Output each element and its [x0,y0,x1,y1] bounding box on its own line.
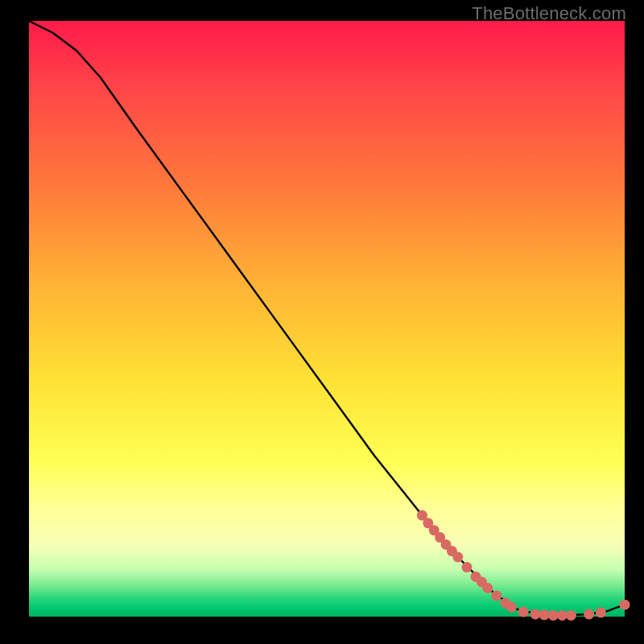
highlight-point [557,610,568,621]
chart-container: TheBottleneck.com [0,0,644,644]
highlight-point [461,562,472,572]
highlight-point [596,607,606,617]
highlight-point [566,610,576,621]
highlight-point [452,552,463,563]
highlight-points-group [417,510,630,621]
curve-line [29,21,625,616]
highlight-point [620,600,630,610]
highlight-point [518,607,529,617]
highlight-point [584,609,594,620]
highlight-point [530,609,541,620]
highlight-point [491,591,502,601]
chart-svg [29,21,625,617]
highlight-point [506,602,517,613]
highlight-point [482,583,493,593]
highlight-point [539,609,550,620]
highlight-point [548,610,559,621]
plot-area [29,21,625,617]
